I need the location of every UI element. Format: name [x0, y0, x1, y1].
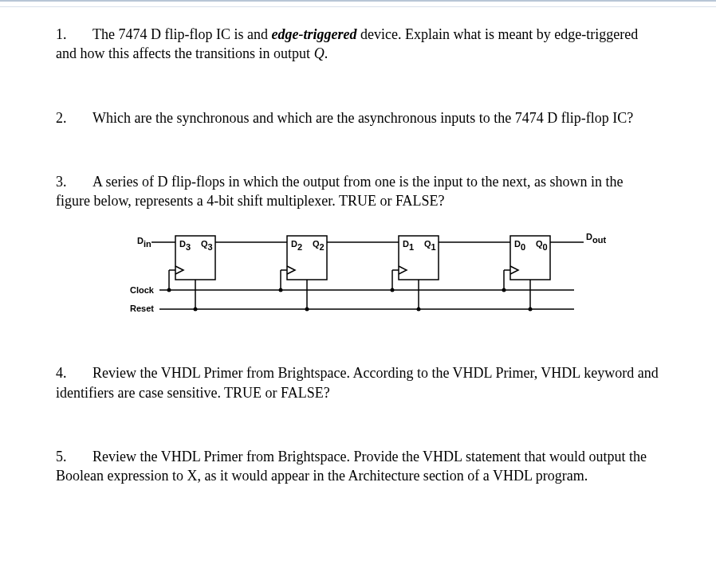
reset-tap-0 — [194, 280, 198, 312]
svg-point-14 — [167, 288, 171, 292]
question-5: 5. Review the VHDL Primer from Brightspa… — [56, 447, 660, 486]
clock-tap-2 — [391, 270, 399, 292]
question-italic-var: Q — [314, 45, 325, 61]
spacer — [70, 26, 92, 42]
question-number: 4. — [56, 365, 67, 381]
din-label: Din — [137, 236, 151, 249]
question-3: 3. A series of D flip-flops in which the… — [56, 172, 660, 211]
clock-tap-3 — [502, 270, 511, 292]
svg-point-20 — [391, 288, 395, 292]
question-emph: edge-triggered — [271, 26, 356, 42]
question-text-part-a: The 7474 D flip-flop IC is and — [92, 26, 271, 42]
spacer — [70, 110, 92, 126]
question-2: 2. Which are the synchronous and which a… — [56, 108, 660, 127]
svg-point-31 — [529, 308, 533, 312]
flip-flop-3: D0 Q0 — [510, 236, 550, 280]
reset-tap-3 — [529, 280, 533, 312]
question-text: Review the VHDL Primer from Brightspace.… — [56, 449, 647, 484]
question-4: 4. Review the VHDL Primer from Brightspa… — [56, 363, 660, 402]
question-number: 1. — [56, 26, 67, 42]
reset-label: Reset — [130, 304, 154, 313]
svg-point-27 — [305, 308, 309, 312]
document-page: 1. The 7474 D flip-flop IC is and edge-t… — [0, 25, 716, 588]
reset-tap-2 — [417, 280, 421, 312]
question-text: A series of D flip-flops in which the ou… — [56, 174, 623, 209]
question-number: 3. — [56, 174, 67, 190]
svg-point-29 — [417, 308, 421, 312]
shift-register-svg: Din Dout D3 Q3 D2 Q2 D1 Q1 — [128, 228, 622, 331]
question-text: Review the VHDL Primer from Brightspace.… — [56, 365, 659, 400]
svg-point-17 — [279, 288, 283, 292]
spacer — [70, 449, 92, 465]
question-number: 2. — [56, 110, 67, 126]
question-1: 1. The 7474 D flip-flop IC is and edge-t… — [56, 25, 660, 64]
question-text: Which are the synchronous and which are … — [92, 110, 633, 126]
shift-register-figure: Din Dout D3 Q3 D2 Q2 D1 Q1 — [128, 228, 622, 331]
reset-tap-1 — [305, 280, 309, 312]
spacer — [70, 365, 92, 381]
top-divider — [0, 0, 716, 7]
clock-tap-1 — [279, 270, 288, 292]
question-number: 5. — [56, 449, 67, 465]
question-text-part-c: . — [325, 45, 328, 61]
svg-point-23 — [502, 288, 506, 292]
flip-flop-2: D1 Q1 — [399, 236, 439, 280]
flip-flop-1: D2 Q2 — [287, 236, 327, 280]
svg-point-25 — [194, 308, 198, 312]
clock-tap-0 — [167, 270, 176, 292]
spacer — [70, 174, 92, 190]
clock-label: Clock — [130, 285, 155, 295]
dout-label: Dout — [586, 232, 606, 245]
flip-flop-0: D3 Q3 — [175, 236, 215, 280]
